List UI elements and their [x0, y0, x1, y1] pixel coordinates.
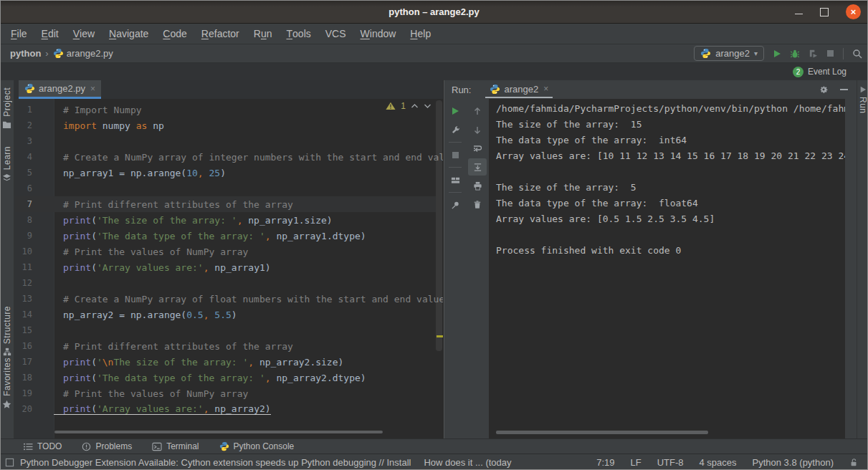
- tab-close-icon[interactable]: ×: [543, 84, 548, 94]
- tool-stripe-run[interactable]: Run: [857, 86, 868, 114]
- line-number[interactable]: 17: [14, 357, 54, 367]
- soft-wrap-button[interactable]: [468, 140, 487, 157]
- editor-tab-arange2[interactable]: arange2.py ×: [19, 80, 101, 99]
- status-widget[interactable]: 7:19: [596, 457, 614, 468]
- menu-navigate[interactable]: Navigate: [102, 24, 156, 44]
- run-with-coverage-button[interactable]: [809, 49, 818, 58]
- code-line-12[interactable]: 12: [14, 275, 436, 291]
- tool-stripe-project[interactable]: Project: [0, 87, 14, 129]
- menu-file[interactable]: File: [4, 24, 34, 44]
- line-number[interactable]: 10: [14, 246, 54, 256]
- chevron-down-icon[interactable]: [424, 103, 431, 109]
- console-horizontal-scrollbar[interactable]: [496, 431, 708, 434]
- line-number[interactable]: 15: [14, 325, 54, 335]
- line-number[interactable]: 7: [14, 199, 54, 209]
- code-line-7[interactable]: 7# Print different attributes of the arr…: [14, 196, 436, 212]
- run-button[interactable]: [773, 49, 781, 58]
- code-editor[interactable]: 1# Import Numpy2import numpy as np3 4# C…: [14, 99, 443, 438]
- code-line-3[interactable]: 3: [14, 133, 436, 149]
- status-widget[interactable]: Python 3.8 (python): [753, 457, 834, 468]
- code-line-11[interactable]: 11print('Array values are:', np_array1): [14, 259, 436, 275]
- line-number[interactable]: 16: [14, 341, 54, 351]
- run-tab-arange2[interactable]: arange2 ×: [485, 81, 553, 98]
- pin-tab-button[interactable]: [446, 196, 464, 214]
- code-line-15[interactable]: 15: [14, 322, 436, 338]
- line-number[interactable]: 9: [14, 231, 54, 241]
- status-widget[interactable]: 4 spaces: [699, 457, 736, 468]
- inspection-widget[interactable]: 1: [386, 101, 431, 111]
- code-line-6[interactable]: 6: [14, 181, 436, 196]
- debug-button[interactable]: [790, 49, 800, 59]
- run-configuration-select[interactable]: arange2 ▾: [694, 46, 764, 61]
- edit-configuration-button[interactable]: [446, 121, 464, 138]
- rerun-button[interactable]: [446, 102, 464, 120]
- line-number[interactable]: 13: [14, 294, 54, 304]
- restore-layout-button[interactable]: [446, 171, 464, 188]
- tab-close-icon[interactable]: ×: [90, 84, 95, 94]
- line-number[interactable]: 2: [14, 120, 54, 130]
- code-line-4[interactable]: 4# Create a NumPy array of integer numbe…: [14, 149, 436, 165]
- print-button[interactable]: [468, 177, 487, 194]
- code-line-14[interactable]: 14np_array2 = np.arange(0.5, 5.5): [14, 307, 436, 322]
- toolwindow-button-problems[interactable]: Problems: [82, 441, 132, 451]
- toolwindow-button-python-console[interactable]: Python Console: [219, 441, 295, 451]
- code-line-8[interactable]: 8print('The size of the array: ', np_arr…: [14, 212, 436, 228]
- title-bar[interactable]: python – arange2.py ×: [0, 0, 868, 24]
- editor-vertical-scrollbar[interactable]: [436, 100, 442, 351]
- line-number[interactable]: 12: [14, 278, 54, 288]
- gear-icon[interactable]: [819, 85, 829, 95]
- code-line-1[interactable]: 1# Import Numpy: [14, 102, 436, 118]
- editor-horizontal-scrollbar[interactable]: [54, 431, 383, 433]
- stop-process-button[interactable]: [446, 146, 464, 163]
- code-line-19[interactable]: 19# Print the values of NumPy array: [14, 385, 436, 401]
- menu-code[interactable]: Code: [156, 24, 194, 44]
- menu-tools[interactable]: Tools: [280, 24, 318, 44]
- code-line-13[interactable]: 13# Create a NumPy array of float number…: [14, 291, 436, 307]
- code-line-18[interactable]: 18print('The data type of the array: ', …: [14, 370, 436, 385]
- event-log-button[interactable]: Event Log: [808, 67, 846, 77]
- line-number[interactable]: 18: [14, 373, 54, 383]
- breadcrumb-file[interactable]: arange2.py: [53, 48, 113, 59]
- code-line-10[interactable]: 10# Print the values of NumPy array: [14, 244, 436, 259]
- code-line-9[interactable]: 9print('The data type of the array: ', n…: [14, 228, 436, 244]
- code-line-17[interactable]: 17print('\nThe size of the array: ', np_…: [14, 354, 436, 370]
- line-number[interactable]: 11: [14, 262, 54, 272]
- toolwindow-button-todo[interactable]: TODO: [23, 441, 62, 451]
- line-number[interactable]: 5: [14, 168, 54, 178]
- code-line-2[interactable]: 2import numpy as np: [14, 118, 436, 133]
- search-everywhere-icon[interactable]: [852, 49, 862, 59]
- up-stacktrace-button[interactable]: [468, 102, 487, 120]
- line-number[interactable]: 19: [14, 388, 54, 398]
- breadcrumb-project[interactable]: python: [10, 48, 41, 59]
- status-secondary-message[interactable]: How does it ... (today: [424, 457, 511, 468]
- toolwindow-button-terminal[interactable]: Terminal: [152, 441, 199, 451]
- menu-window[interactable]: Window: [353, 24, 404, 44]
- line-number[interactable]: 3: [14, 136, 54, 146]
- line-number[interactable]: 8: [14, 215, 54, 225]
- code-line-20[interactable]: 20print('Array values are:', np_array2): [14, 401, 436, 417]
- hide-panel-icon[interactable]: [840, 89, 848, 90]
- menu-vcs[interactable]: VCS: [318, 24, 353, 44]
- lock-icon[interactable]: [849, 458, 858, 467]
- tool-stripe-favorites[interactable]: Favorites: [0, 358, 14, 409]
- clear-console-button[interactable]: [468, 196, 487, 213]
- menu-view[interactable]: View: [66, 24, 102, 44]
- run-console[interactable]: /home/fahmida/PycharmProjects/python/ven…: [489, 99, 845, 438]
- code-line-16[interactable]: 16# Print different attributes of the ar…: [14, 338, 436, 354]
- close-button[interactable]: ×: [846, 4, 861, 19]
- scroll-to-end-button[interactable]: [468, 158, 487, 176]
- line-number[interactable]: 1: [14, 105, 54, 115]
- toolwindow-toggle-icon[interactable]: [5, 458, 14, 467]
- status-widget[interactable]: LF: [630, 457, 641, 468]
- chevron-up-icon[interactable]: [411, 103, 419, 109]
- tool-stripe-structure[interactable]: Structure: [0, 306, 14, 356]
- status-widget[interactable]: UTF-8: [657, 457, 684, 468]
- line-number[interactable]: 6: [14, 183, 54, 193]
- menu-run[interactable]: Run: [247, 24, 280, 44]
- line-number[interactable]: 20: [14, 404, 54, 414]
- code-line-5[interactable]: 5np_array1 = np.arange(10, 25): [14, 165, 436, 181]
- stop-button[interactable]: [826, 49, 834, 57]
- line-number[interactable]: 14: [14, 310, 54, 320]
- maximize-button[interactable]: [820, 8, 829, 16]
- line-number[interactable]: 4: [14, 152, 54, 162]
